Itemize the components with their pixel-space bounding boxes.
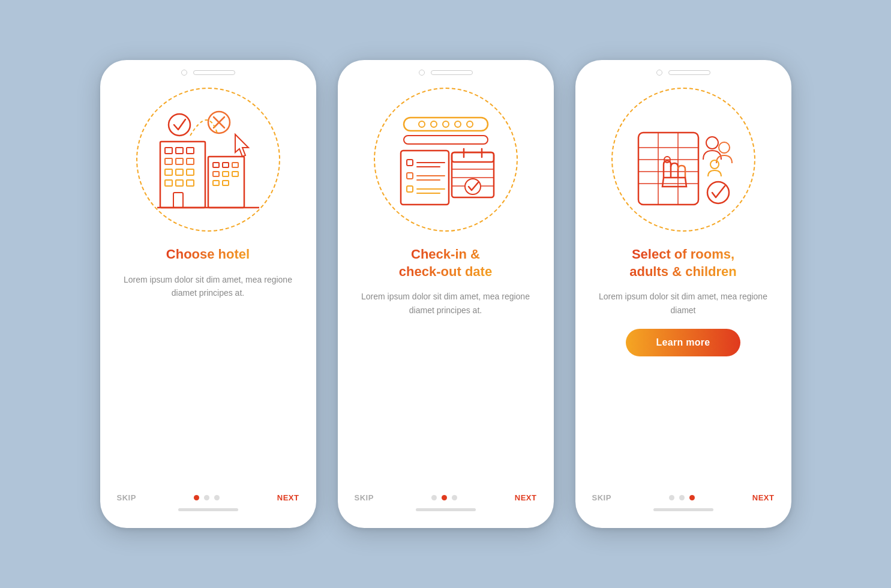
svg-rect-16: [223, 163, 229, 167]
skip-button-1[interactable]: SKIP: [117, 493, 136, 502]
svg-rect-17: [232, 163, 238, 167]
svg-point-64: [710, 160, 719, 169]
svg-rect-9: [187, 169, 194, 175]
nav-dot-3-2: [679, 495, 685, 500]
svg-point-34: [467, 121, 473, 127]
phone-bottom-2: SKIP NEXT: [338, 486, 554, 528]
phone-camera-3: [656, 70, 662, 76]
svg-rect-36: [401, 151, 449, 205]
nav-dot-2-3: [452, 495, 457, 500]
home-indicator-2: [416, 508, 476, 511]
svg-point-62: [706, 137, 718, 149]
next-button-3[interactable]: NEXT: [752, 493, 775, 502]
screen-content-1: Choose hotel Lorem ipsum dolor sit dim a…: [100, 76, 316, 486]
nav-dot-2-2: [442, 495, 447, 500]
skip-button-3[interactable]: SKIP: [592, 493, 611, 502]
svg-point-32: [443, 121, 449, 127]
next-button-2[interactable]: NEXT: [515, 493, 537, 502]
calendar-svg: [386, 100, 506, 220]
phone-camera-1: [181, 70, 187, 76]
svg-rect-20: [232, 172, 238, 176]
nav-row-3: SKIP NEXT: [592, 493, 775, 502]
nav-dots-1: [194, 495, 220, 500]
phone-speaker-2: [431, 70, 473, 75]
nav-dot-3-3: [689, 495, 695, 500]
svg-rect-37: [407, 160, 413, 166]
phone-bottom-3: SKIP NEXT: [575, 486, 791, 528]
phone-speaker-3: [668, 70, 710, 75]
illustration-rooms: [611, 88, 755, 232]
screens-container: Choose hotel Lorem ipsum dolor sit dim a…: [100, 60, 791, 528]
illustration-calendar: [374, 88, 518, 232]
svg-rect-15: [213, 163, 219, 167]
svg-rect-1: [165, 148, 172, 154]
svg-rect-47: [452, 152, 494, 162]
svg-rect-29: [404, 118, 488, 131]
screen-3-title: Select of rooms, adults & children: [629, 246, 736, 280]
svg-rect-7: [165, 169, 172, 175]
svg-point-63: [719, 142, 730, 153]
svg-rect-13: [173, 193, 183, 208]
nav-dot-1-1: [194, 495, 199, 500]
phone-speaker-1: [193, 70, 235, 75]
nav-row-2: SKIP NEXT: [355, 493, 537, 502]
illustration-hotel: [136, 88, 280, 232]
phone-frame-1: Choose hotel Lorem ipsum dolor sit dim a…: [100, 60, 316, 528]
screen-2-desc: Lorem ipsum dolor sit dim amet, mea regi…: [355, 290, 537, 317]
phone-frame-2: Check-in & check-out date Lorem ipsum do…: [338, 60, 554, 528]
screen-1-title: Choose hotel: [166, 246, 250, 263]
screen-1-desc: Lorem ipsum dolor sit dim amet, mea regi…: [117, 273, 299, 300]
svg-rect-18: [213, 172, 219, 176]
svg-point-65: [707, 182, 729, 203]
svg-rect-43: [407, 186, 413, 192]
nav-dot-2-1: [431, 495, 437, 500]
svg-point-53: [465, 179, 481, 194]
nav-dots-3: [669, 495, 695, 500]
learn-more-button[interactable]: Learn more: [626, 329, 740, 356]
rooms-svg: [623, 100, 743, 220]
svg-rect-35: [404, 136, 488, 144]
svg-rect-2: [176, 148, 183, 154]
svg-rect-5: [176, 158, 183, 164]
phone-top-bar-2: [338, 60, 554, 76]
svg-rect-10: [165, 180, 172, 186]
nav-row-1: SKIP NEXT: [117, 493, 299, 502]
svg-rect-11: [176, 180, 183, 186]
svg-point-31: [431, 121, 437, 127]
hotel-svg: [148, 100, 268, 220]
home-indicator-3: [653, 508, 713, 511]
phone-top-bar-3: [575, 60, 791, 76]
svg-point-30: [419, 121, 425, 127]
svg-rect-6: [187, 158, 194, 164]
phone-bottom-1: SKIP NEXT: [100, 486, 316, 528]
svg-point-33: [455, 121, 461, 127]
nav-dots-2: [431, 495, 457, 500]
svg-rect-22: [223, 181, 229, 185]
nav-dot-1-2: [204, 495, 209, 500]
screen-3-desc: Lorem ipsum dolor sit dim amet, mea regi…: [592, 290, 775, 317]
nav-dot-3-1: [669, 495, 674, 500]
next-button-1[interactable]: NEXT: [277, 493, 299, 502]
skip-button-2[interactable]: SKIP: [355, 493, 374, 502]
screen-content-3: Select of rooms, adults & children Lorem…: [575, 76, 791, 486]
home-indicator-1: [178, 508, 238, 511]
svg-rect-40: [407, 173, 413, 179]
screen-content-2: Check-in & check-out date Lorem ipsum do…: [338, 76, 554, 486]
svg-rect-54: [638, 133, 698, 205]
screen-2-title: Check-in & check-out date: [399, 246, 492, 280]
svg-point-24: [169, 114, 190, 136]
nav-dot-1-3: [214, 495, 220, 500]
svg-rect-3: [187, 148, 194, 154]
phone-top-bar-1: [100, 60, 316, 76]
phone-frame-3: Select of rooms, adults & children Lorem…: [575, 60, 791, 528]
svg-rect-21: [213, 181, 219, 185]
svg-rect-12: [187, 180, 194, 186]
svg-marker-28: [235, 134, 248, 157]
svg-rect-8: [176, 169, 183, 175]
phone-camera-2: [419, 70, 425, 76]
svg-rect-4: [165, 158, 172, 164]
svg-rect-19: [223, 172, 229, 176]
